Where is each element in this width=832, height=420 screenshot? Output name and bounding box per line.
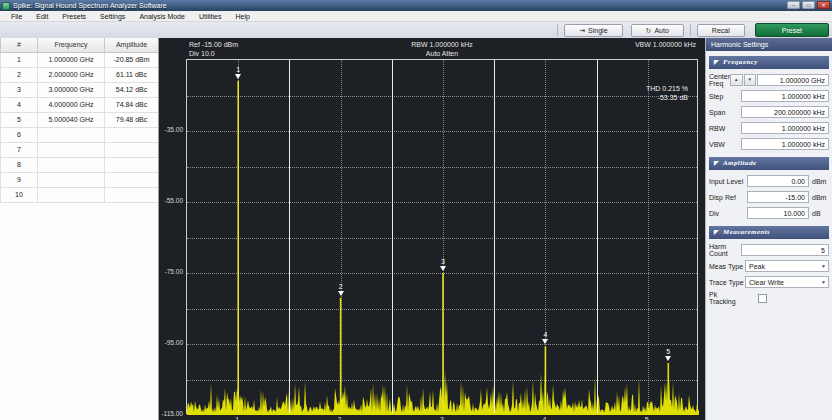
col-header-amplitude[interactable]: Amplitude	[105, 38, 159, 52]
spectrum-plot[interactable]: Ref -15.00 dBm Div 10.0 RBW 1.000000 kHz…	[159, 38, 705, 420]
menu-utilities[interactable]: Utilities	[192, 11, 229, 22]
x-axis-segment-label: 3	[440, 416, 444, 420]
title-bar[interactable]: Spike: Signal Hound Spectrum Analyzer So…	[0, 0, 832, 11]
table-row[interactable]: 11.000000 GHz-20.85 dBm	[1, 52, 159, 67]
input-level-input[interactable]	[747, 175, 809, 187]
step-input[interactable]	[741, 90, 829, 102]
amplitude-cell	[105, 172, 159, 187]
disp-ref-label: Disp Ref	[709, 194, 747, 201]
menu-analysis-mode[interactable]: Analysis Mode	[132, 11, 192, 22]
table-row[interactable]: 9	[1, 172, 159, 187]
collapse-icon: ◤	[714, 56, 719, 69]
center-freq-down-button[interactable]: ▼	[744, 74, 756, 86]
table-row[interactable]: 44.000000 GHz74.84 dBc	[1, 97, 159, 112]
peak-marker-number: 5	[662, 348, 674, 355]
row-number-cell: 4	[1, 97, 38, 112]
row-number-cell: 2	[1, 67, 38, 82]
horizontal-gridline	[187, 131, 697, 132]
peak-marker-number: 2	[335, 283, 347, 290]
vbw-input[interactable]	[741, 138, 829, 150]
segment-separator-line	[289, 60, 290, 413]
span-input[interactable]	[741, 106, 829, 118]
amplitude-cell	[105, 127, 159, 142]
frequency-cell: 2.000000 GHz	[38, 67, 105, 82]
segment-separator-line	[392, 60, 393, 413]
menu-help[interactable]: Help	[228, 11, 256, 22]
peak-marker-arrow-icon	[665, 356, 671, 361]
x-axis-segment-label: 4	[542, 416, 546, 420]
horizontal-gridline	[187, 167, 697, 168]
table-row[interactable]: 7	[1, 142, 159, 157]
maximize-button[interactable]: □	[802, 1, 815, 9]
pk-tracking-checkbox[interactable]	[758, 294, 767, 303]
close-button[interactable]: ✕	[817, 1, 830, 9]
minimize-button[interactable]: –	[787, 1, 800, 9]
table-row[interactable]: 55.000040 GHz79.48 dBc	[1, 112, 159, 127]
amplitude-cell	[105, 142, 159, 157]
preset-button[interactable]: Preset	[755, 23, 829, 37]
panel-title: Harmonic Settings	[706, 38, 832, 51]
frequency-section-header[interactable]: ◤ Frequency	[709, 56, 829, 69]
amplitude-cell: 54.12 dBc	[105, 82, 159, 97]
horizontal-gridline	[187, 273, 697, 274]
trace-type-select[interactable]: Clear Write ▼	[745, 276, 829, 288]
spike-application-window: Spike: Signal Hound Spectrum Analyzer So…	[0, 0, 832, 420]
meas-type-select[interactable]: Peak ▼	[745, 260, 829, 272]
span-label: Span	[709, 109, 741, 116]
table-row[interactable]: 22.000000 GHz61.11 dBc	[1, 67, 159, 82]
div-unit: dB	[809, 210, 829, 217]
frequency-cell: 5.000040 GHz	[38, 112, 105, 127]
row-number-cell: 10	[1, 187, 38, 202]
harmonic-peak	[668, 363, 670, 415]
table-row[interactable]: 10	[1, 187, 159, 202]
x-axis-segment-label: 1	[235, 416, 239, 420]
auto-sweep-button[interactable]: ↻ Auto	[631, 24, 684, 37]
disp-ref-input[interactable]	[747, 191, 809, 203]
table-row[interactable]: 8	[1, 157, 159, 172]
y-axis-label: -55.00	[159, 197, 183, 204]
vbw-input-label: VBW	[709, 141, 741, 148]
toolbar-separator	[690, 24, 691, 36]
menu-presets[interactable]: Presets	[55, 11, 93, 22]
menu-settings[interactable]: Settings	[93, 11, 132, 22]
app-icon	[2, 2, 10, 10]
y-axis-label: -35.00	[159, 126, 183, 133]
amplitude-cell: 79.48 dBc	[105, 112, 159, 127]
segment-separator-line	[494, 60, 495, 413]
col-header-number[interactable]: #	[1, 38, 38, 52]
table-row[interactable]: 6	[1, 127, 159, 142]
menu-edit[interactable]: Edit	[29, 11, 55, 22]
div-input[interactable]	[747, 207, 809, 219]
single-sweep-icon: ⇥	[579, 25, 585, 36]
horizontal-gridline	[187, 309, 697, 310]
harm-count-input[interactable]	[741, 244, 829, 256]
col-header-frequency[interactable]: Frequency	[38, 38, 105, 52]
horizontal-gridline	[187, 202, 697, 203]
amplitude-section-header[interactable]: ◤ Amplitude	[709, 157, 829, 170]
peak-marker-number: 1	[232, 66, 244, 73]
recal-button[interactable]: Recal	[697, 24, 745, 37]
peak-marker: 4	[539, 331, 551, 344]
segment-separator-line	[597, 60, 598, 413]
measurements-section-header[interactable]: ◤ Measurements	[709, 226, 829, 239]
horizontal-gridline	[187, 380, 697, 381]
center-freq-input[interactable]	[757, 74, 829, 86]
y-axis-label: -75.00	[159, 268, 183, 275]
y-axis-label: -95.00	[159, 339, 183, 346]
chevron-down-icon: ▼	[821, 279, 826, 285]
segment-center-gridline	[341, 60, 342, 413]
table-row[interactable]: 33.000000 GHz54.12 dBc	[1, 82, 159, 97]
center-freq-up-button[interactable]: ▲	[730, 74, 742, 86]
row-number-cell: 1	[1, 52, 38, 67]
rbw-label: RBW 1.000000 kHz	[411, 41, 472, 48]
peak-marker-arrow-icon	[338, 291, 344, 296]
segment-center-gridline	[648, 60, 649, 413]
rbw-input[interactable]	[741, 122, 829, 134]
frequency-cell: 1.000000 GHz	[38, 52, 105, 67]
segment-center-gridline	[238, 60, 239, 413]
peak-marker-number: 4	[539, 331, 551, 338]
amplitude-cell: 74.84 dBc	[105, 97, 159, 112]
single-sweep-button[interactable]: ⇥ Single	[564, 24, 622, 37]
segment-center-gridline	[443, 60, 444, 413]
menu-file[interactable]: File	[4, 11, 29, 22]
